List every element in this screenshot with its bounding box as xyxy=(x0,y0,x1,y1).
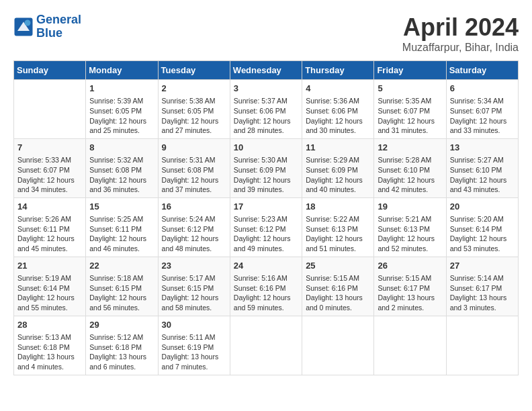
calendar-cell: 6Sunrise: 5:34 AM Sunset: 6:07 PM Daylig… xyxy=(446,80,518,139)
calendar-cell: 19Sunrise: 5:21 AM Sunset: 6:13 PM Dayli… xyxy=(374,197,446,257)
calendar-week-2: 7Sunrise: 5:33 AM Sunset: 6:07 PM Daylig… xyxy=(14,138,519,197)
day-info: Sunrise: 5:20 AM Sunset: 6:14 PM Dayligh… xyxy=(450,214,515,254)
calendar-cell: 4Sunrise: 5:36 AM Sunset: 6:06 PM Daylig… xyxy=(302,80,374,139)
calendar-cell: 20Sunrise: 5:20 AM Sunset: 6:14 PM Dayli… xyxy=(446,197,518,257)
day-number: 18 xyxy=(306,201,370,213)
day-info: Sunrise: 5:16 AM Sunset: 6:16 PM Dayligh… xyxy=(234,273,298,313)
day-number: 6 xyxy=(450,83,515,95)
day-number: 22 xyxy=(89,260,154,272)
day-number: 4 xyxy=(306,83,370,95)
day-number: 15 xyxy=(89,201,154,213)
calendar-cell: 9Sunrise: 5:31 AM Sunset: 6:08 PM Daylig… xyxy=(158,138,230,197)
calendar-cell xyxy=(446,316,518,375)
logo-icon xyxy=(13,17,34,37)
calendar-cell xyxy=(302,316,374,375)
day-info: Sunrise: 5:30 AM Sunset: 6:09 PM Dayligh… xyxy=(234,155,298,195)
calendar-cell: 30Sunrise: 5:11 AM Sunset: 6:19 PM Dayli… xyxy=(158,316,230,375)
day-number: 29 xyxy=(89,319,154,331)
day-number: 11 xyxy=(306,142,370,154)
calendar-cell: 12Sunrise: 5:28 AM Sunset: 6:10 PM Dayli… xyxy=(374,138,446,197)
day-number: 26 xyxy=(378,260,442,272)
day-number: 19 xyxy=(378,201,442,213)
day-number: 21 xyxy=(17,260,82,272)
calendar-cell: 15Sunrise: 5:25 AM Sunset: 6:11 PM Dayli… xyxy=(86,197,158,257)
calendar-cell: 28Sunrise: 5:13 AM Sunset: 6:18 PM Dayli… xyxy=(14,316,86,375)
header-day-thursday: Thursday xyxy=(302,61,374,80)
day-info: Sunrise: 5:34 AM Sunset: 6:07 PM Dayligh… xyxy=(450,96,515,136)
title-block: April 2024 Muzaffarpur, Bihar, India xyxy=(402,13,519,54)
day-info: Sunrise: 5:23 AM Sunset: 6:12 PM Dayligh… xyxy=(234,214,298,254)
day-number: 9 xyxy=(162,142,226,154)
calendar-cell: 11Sunrise: 5:29 AM Sunset: 6:09 PM Dayli… xyxy=(302,138,374,197)
day-info: Sunrise: 5:24 AM Sunset: 6:12 PM Dayligh… xyxy=(162,214,226,254)
calendar-cell: 18Sunrise: 5:22 AM Sunset: 6:13 PM Dayli… xyxy=(302,197,374,257)
day-info: Sunrise: 5:35 AM Sunset: 6:07 PM Dayligh… xyxy=(378,96,442,136)
day-number: 2 xyxy=(162,83,226,95)
day-info: Sunrise: 5:21 AM Sunset: 6:13 PM Dayligh… xyxy=(378,214,442,254)
day-number: 25 xyxy=(306,260,370,272)
day-number: 17 xyxy=(234,201,298,213)
location: Muzaffarpur, Bihar, India xyxy=(402,42,519,54)
header-day-wednesday: Wednesday xyxy=(230,61,302,80)
calendar-cell: 2Sunrise: 5:38 AM Sunset: 6:05 PM Daylig… xyxy=(158,80,230,139)
calendar-table: SundayMondayTuesdayWednesdayThursdayFrid… xyxy=(13,60,519,375)
calendar-cell: 24Sunrise: 5:16 AM Sunset: 6:16 PM Dayli… xyxy=(230,257,302,316)
day-info: Sunrise: 5:15 AM Sunset: 6:16 PM Dayligh… xyxy=(306,273,370,313)
calendar-cell xyxy=(230,316,302,375)
calendar-cell xyxy=(14,80,86,139)
svg-point-2 xyxy=(25,19,31,26)
calendar-cell: 29Sunrise: 5:12 AM Sunset: 6:18 PM Dayli… xyxy=(86,316,158,375)
header-day-friday: Friday xyxy=(374,61,446,80)
day-number: 1 xyxy=(89,83,154,95)
day-number: 16 xyxy=(162,201,226,213)
calendar-cell: 3Sunrise: 5:37 AM Sunset: 6:06 PM Daylig… xyxy=(230,80,302,139)
logo-line2: Blue xyxy=(36,26,62,40)
day-info: Sunrise: 5:13 AM Sunset: 6:18 PM Dayligh… xyxy=(17,332,82,372)
calendar-week-3: 14Sunrise: 5:26 AM Sunset: 6:11 PM Dayli… xyxy=(14,197,519,257)
day-info: Sunrise: 5:12 AM Sunset: 6:18 PM Dayligh… xyxy=(89,332,154,372)
calendar-cell: 21Sunrise: 5:19 AM Sunset: 6:14 PM Dayli… xyxy=(14,257,86,316)
header-day-tuesday: Tuesday xyxy=(158,61,230,80)
page-header: General Blue April 2024 Muzaffarpur, Bih… xyxy=(13,13,519,54)
day-info: Sunrise: 5:39 AM Sunset: 6:05 PM Dayligh… xyxy=(89,96,154,136)
day-info: Sunrise: 5:25 AM Sunset: 6:11 PM Dayligh… xyxy=(89,214,154,254)
calendar-week-1: 1Sunrise: 5:39 AM Sunset: 6:05 PM Daylig… xyxy=(14,80,519,139)
header-day-saturday: Saturday xyxy=(446,61,518,80)
calendar-week-5: 28Sunrise: 5:13 AM Sunset: 6:18 PM Dayli… xyxy=(14,316,519,375)
calendar-cell xyxy=(374,316,446,375)
day-info: Sunrise: 5:27 AM Sunset: 6:10 PM Dayligh… xyxy=(450,155,515,195)
calendar-cell: 5Sunrise: 5:35 AM Sunset: 6:07 PM Daylig… xyxy=(374,80,446,139)
day-number: 14 xyxy=(17,201,82,213)
header-day-monday: Monday xyxy=(86,61,158,80)
calendar-cell: 8Sunrise: 5:32 AM Sunset: 6:08 PM Daylig… xyxy=(86,138,158,197)
day-info: Sunrise: 5:14 AM Sunset: 6:17 PM Dayligh… xyxy=(450,273,515,313)
day-number: 27 xyxy=(450,260,515,272)
day-info: Sunrise: 5:11 AM Sunset: 6:19 PM Dayligh… xyxy=(162,332,226,372)
calendar-cell: 22Sunrise: 5:18 AM Sunset: 6:15 PM Dayli… xyxy=(86,257,158,316)
day-number: 23 xyxy=(162,260,226,272)
day-number: 7 xyxy=(17,142,82,154)
header-day-sunday: Sunday xyxy=(14,61,86,80)
calendar-week-4: 21Sunrise: 5:19 AM Sunset: 6:14 PM Dayli… xyxy=(14,257,519,316)
logo: General Blue xyxy=(13,13,81,40)
day-number: 24 xyxy=(234,260,298,272)
day-info: Sunrise: 5:31 AM Sunset: 6:08 PM Dayligh… xyxy=(162,155,226,195)
calendar-cell: 10Sunrise: 5:30 AM Sunset: 6:09 PM Dayli… xyxy=(230,138,302,197)
calendar-cell: 16Sunrise: 5:24 AM Sunset: 6:12 PM Dayli… xyxy=(158,197,230,257)
day-info: Sunrise: 5:22 AM Sunset: 6:13 PM Dayligh… xyxy=(306,214,370,254)
month-title: April 2024 xyxy=(402,13,519,42)
day-info: Sunrise: 5:37 AM Sunset: 6:06 PM Dayligh… xyxy=(234,96,298,136)
day-info: Sunrise: 5:33 AM Sunset: 6:07 PM Dayligh… xyxy=(17,155,82,195)
day-number: 8 xyxy=(89,142,154,154)
day-info: Sunrise: 5:19 AM Sunset: 6:14 PM Dayligh… xyxy=(17,273,82,313)
day-number: 5 xyxy=(378,83,442,95)
calendar-cell: 25Sunrise: 5:15 AM Sunset: 6:16 PM Dayli… xyxy=(302,257,374,316)
day-number: 12 xyxy=(378,142,442,154)
calendar-cell: 26Sunrise: 5:15 AM Sunset: 6:17 PM Dayli… xyxy=(374,257,446,316)
day-number: 13 xyxy=(450,142,515,154)
day-number: 20 xyxy=(450,201,515,213)
day-info: Sunrise: 5:36 AM Sunset: 6:06 PM Dayligh… xyxy=(306,96,370,136)
day-number: 10 xyxy=(234,142,298,154)
day-info: Sunrise: 5:32 AM Sunset: 6:08 PM Dayligh… xyxy=(89,155,154,195)
day-number: 3 xyxy=(234,83,298,95)
